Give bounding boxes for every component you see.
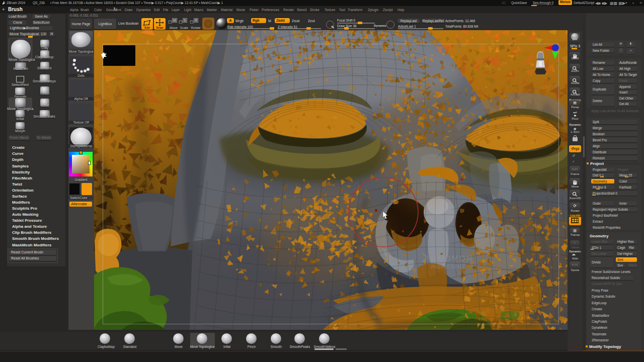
svg-text:GNOMON: GNOMON xyxy=(430,254,473,263)
svg-text:Draw: Draw xyxy=(156,26,164,29)
svg-text:WORKSHOP: WORKSHOP xyxy=(430,263,469,269)
svg-text:Edit: Edit xyxy=(144,26,150,29)
